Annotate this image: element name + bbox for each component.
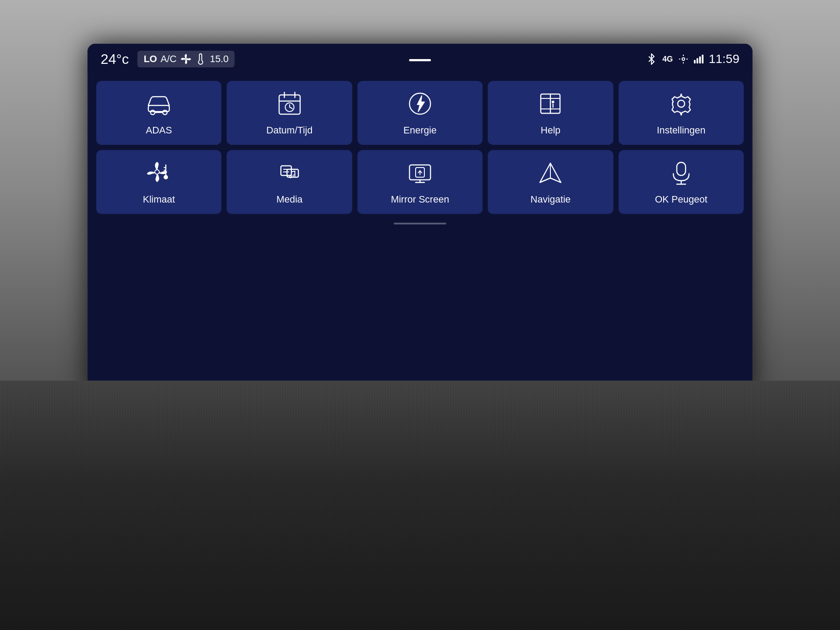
tile-help[interactable]: Help bbox=[488, 81, 613, 145]
navigation-icon bbox=[536, 159, 564, 187]
dashboard-body bbox=[0, 381, 840, 630]
tile-klimaat-label: Klimaat bbox=[143, 194, 175, 205]
page-indicator bbox=[409, 59, 431, 61]
dashboard-texture bbox=[0, 381, 840, 630]
tile-energie-label: Energie bbox=[403, 125, 437, 136]
tile-klimaat[interactable]: Klimaat bbox=[96, 150, 221, 214]
infotainment-screen: 24°c LO A/C 15.0 bbox=[88, 44, 752, 394]
clock-display: 11:59 bbox=[709, 52, 739, 66]
svg-point-22 bbox=[155, 170, 159, 174]
svg-point-33 bbox=[293, 175, 295, 177]
svg-point-3 bbox=[150, 110, 155, 115]
tile-instellingen-label: Instellingen bbox=[657, 125, 705, 136]
svg-point-4 bbox=[163, 110, 167, 115]
book-icon bbox=[536, 90, 564, 118]
page-indicator-area bbox=[409, 57, 431, 61]
car-icon bbox=[145, 90, 173, 118]
climate-info[interactable]: LO A/C 15.0 bbox=[137, 51, 234, 67]
app-grid: ADAS Datum/Tijd bbox=[88, 74, 752, 223]
energy-icon bbox=[406, 90, 434, 118]
grid-row-2: Klimaat Media bbox=[96, 150, 744, 214]
tile-datum-tijd-label: Datum/Tijd bbox=[266, 125, 313, 136]
temp-icon bbox=[195, 53, 206, 65]
fan-icon bbox=[180, 53, 192, 65]
svg-point-1 bbox=[682, 58, 685, 60]
mic-icon bbox=[667, 159, 695, 187]
svg-rect-41 bbox=[677, 162, 686, 175]
tile-media[interactable]: Media bbox=[227, 150, 352, 214]
car-dashboard: 24°c LO A/C 15.0 bbox=[0, 0, 840, 630]
calendar-clock-icon bbox=[276, 90, 304, 118]
svg-point-21 bbox=[678, 100, 685, 107]
tile-mirror-screen-label: Mirror Screen bbox=[391, 194, 449, 205]
temperature-display: 24°c bbox=[101, 51, 129, 67]
tile-ok-peugeot-label: OK Peugeot bbox=[655, 194, 707, 205]
status-bar: 24°c LO A/C 15.0 bbox=[88, 44, 752, 74]
svg-line-13 bbox=[290, 107, 292, 108]
status-right: 4G 11:59 bbox=[646, 52, 739, 66]
bottom-bar bbox=[88, 223, 752, 226]
music-icon bbox=[276, 159, 304, 187]
fan-temp-icon bbox=[145, 159, 173, 187]
svg-point-24 bbox=[164, 175, 168, 179]
svg-rect-28 bbox=[281, 166, 291, 175]
grid-row-1: ADAS Datum/Tijd bbox=[96, 81, 744, 145]
climate-mode: LO bbox=[144, 53, 157, 65]
tile-datum-tijd[interactable]: Datum/Tijd bbox=[227, 81, 352, 145]
temp-value: 15.0 bbox=[210, 53, 229, 65]
mirror-screen-icon bbox=[406, 159, 434, 187]
tile-instellingen[interactable]: Instellingen bbox=[619, 81, 744, 145]
gps-icon bbox=[678, 54, 689, 64]
signal-bars bbox=[694, 55, 704, 63]
tile-energie[interactable]: Energie bbox=[357, 81, 483, 145]
ac-label: A/C bbox=[161, 53, 177, 65]
tile-ok-peugeot[interactable]: OK Peugeot bbox=[619, 150, 744, 214]
tile-adas-label: ADAS bbox=[146, 125, 172, 136]
status-left: 24°c LO A/C 15.0 bbox=[101, 51, 234, 67]
tile-media-label: Media bbox=[276, 194, 303, 205]
tile-help-label: Help bbox=[541, 125, 560, 136]
svg-point-19 bbox=[552, 101, 554, 103]
gear-icon bbox=[667, 90, 695, 118]
bluetooth-icon bbox=[646, 53, 657, 65]
tile-adas[interactable]: ADAS bbox=[96, 81, 221, 145]
signal-icon: 4G bbox=[662, 55, 673, 64]
tile-navigatie[interactable]: Navigatie bbox=[488, 150, 613, 214]
scroll-bar bbox=[394, 223, 446, 224]
tile-navigatie-label: Navigatie bbox=[531, 194, 571, 205]
tile-mirror-screen[interactable]: Mirror Screen bbox=[357, 150, 483, 214]
